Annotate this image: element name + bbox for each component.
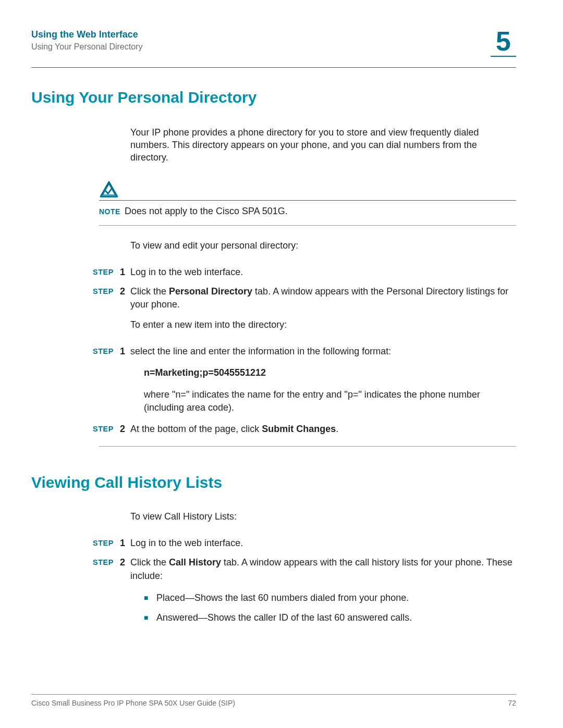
steps-call-history: STEP 1 Log in to the web interface. STEP… <box>93 537 516 583</box>
bullet-item: ■ Answered—Shows the caller ID of the la… <box>144 611 516 624</box>
step-text: Log in to the web interface. <box>130 537 516 550</box>
step-number: 1 <box>120 345 130 358</box>
header-chapter-title: Using the Web Interface <box>31 29 142 40</box>
step-row: STEP 2 At the bottom of the page, click … <box>93 423 516 436</box>
header-section-subtitle: Using Your Personal Directory <box>31 42 142 52</box>
section-heading-personal-directory: Using Your Personal Directory <box>31 89 516 106</box>
call-history-bullets: ■ Placed—Shows the last 60 numbers diale… <box>144 591 516 624</box>
note-block: NOTE Does not apply to the Cisco SPA 501… <box>99 181 516 226</box>
intro-block: Your IP phone provides a phone directory… <box>130 126 516 164</box>
step-number: 2 <box>120 285 130 311</box>
step-label: STEP <box>93 266 120 279</box>
document-page: Using the Web Interface Using Your Perso… <box>0 0 563 728</box>
footer-rule <box>31 694 516 695</box>
step-text: Log in to the web interface. <box>130 266 516 279</box>
step-number: 2 <box>120 423 130 436</box>
page-footer: Cisco Small Business Pro IP Phone SPA 50… <box>31 699 516 707</box>
page-header: Using the Web Interface Using Your Perso… <box>31 29 516 57</box>
footer-manual-title: Cisco Small Business Pro IP Phone SPA 50… <box>31 699 235 707</box>
chapter-number-box: 5 <box>491 29 516 57</box>
note-body: NOTE Does not apply to the Cisco SPA 501… <box>99 206 516 217</box>
step-label: STEP <box>93 556 120 582</box>
lead-enter-item: To enter a new item into the directory: <box>130 319 516 330</box>
code-example: n=Marketing;p=5045551212 <box>144 366 516 379</box>
step-row: STEP 1 Log in to the web interface. <box>93 266 516 279</box>
bullet-text: Answered—Shows the caller ID of the last… <box>156 611 516 624</box>
step-text: select the line and enter the informatio… <box>130 345 516 358</box>
section-heading-call-history: Viewing Call History Lists <box>31 474 516 491</box>
step-text: Click the Call History tab. A window app… <box>130 556 516 582</box>
step-text: At the bottom of the page, click Submit … <box>130 423 516 436</box>
note-icon-row <box>99 181 516 201</box>
step-label: STEP <box>93 345 120 358</box>
chapter-number: 5 <box>496 29 511 54</box>
step-number: 2 <box>120 556 130 582</box>
header-left: Using the Web Interface Using Your Perso… <box>31 29 142 52</box>
step-row: STEP 2 Click the Call History tab. A win… <box>93 556 516 582</box>
lead-view-edit: To view and edit your personal directory… <box>130 240 516 251</box>
note-label: NOTE <box>99 207 120 216</box>
steps-enter-item: STEP 1 select the line and enter the inf… <box>93 345 516 358</box>
step-number: 1 <box>120 537 130 550</box>
section-divider <box>99 446 516 447</box>
note-text: Does not apply to the Cisco SPA 501G. <box>125 206 288 217</box>
step-label: STEP <box>93 285 120 311</box>
intro-paragraph: Your IP phone provides a phone directory… <box>130 126 516 164</box>
step-text: Click the Personal Directory tab. A wind… <box>130 285 516 311</box>
code-example-block: n=Marketing;p=5045551212 where "n=" indi… <box>144 366 516 414</box>
step-number: 1 <box>120 266 130 279</box>
steps-view-edit: STEP 1 Log in to the web interface. STEP… <box>93 266 516 312</box>
code-explanation: where "n=" indicates the name for the en… <box>144 388 516 414</box>
bullet-icon: ■ <box>144 611 156 624</box>
step-label: STEP <box>93 537 120 550</box>
bullet-item: ■ Placed—Shows the last 60 numbers diale… <box>144 591 516 604</box>
footer-page-number: 72 <box>508 699 516 707</box>
steps-submit: STEP 2 At the bottom of the page, click … <box>93 423 516 436</box>
header-rule <box>31 67 516 68</box>
note-checkmark-icon <box>99 181 119 199</box>
lead-call-history: To view Call History Lists: <box>130 511 516 522</box>
step-row: STEP 2 Click the Personal Directory tab.… <box>93 285 516 311</box>
bullet-icon: ■ <box>144 591 156 604</box>
step-row: STEP 1 Log in to the web interface. <box>93 537 516 550</box>
bullet-text: Placed—Shows the last 60 numbers dialed … <box>156 591 516 604</box>
step-label: STEP <box>93 423 120 436</box>
step-row: STEP 1 select the line and enter the inf… <box>93 345 516 358</box>
note-rule <box>99 225 516 226</box>
